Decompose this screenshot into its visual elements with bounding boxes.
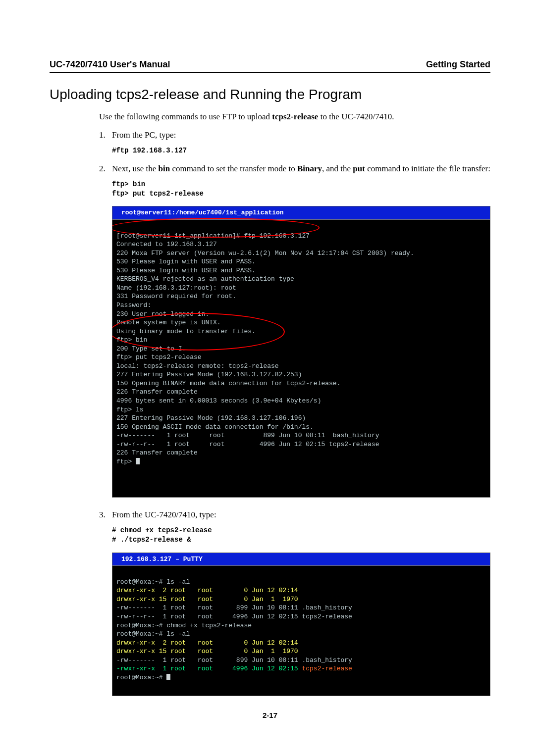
t1-l04: 530 Please login with USER and PASS. bbox=[116, 258, 256, 265]
code-block-1: #ftp 192.168.3.127 bbox=[112, 146, 490, 155]
document-page: UC-7420/7410 User's Manual Getting Start… bbox=[0, 0, 535, 756]
t1-l09: Password: bbox=[116, 302, 151, 309]
body-content: Use the following commands to use FTP to… bbox=[99, 111, 490, 696]
step-1-num: 1. bbox=[99, 130, 112, 141]
code-block-2: ftp> bin ftp> put tcps2-release bbox=[112, 180, 490, 199]
terminal-2: 192.168.3.127 – PuTTY root@Moxa:~# ls -a… bbox=[112, 553, 490, 696]
t1-l15: ftp> put tcps2-release bbox=[116, 353, 202, 361]
step-2-text: Next, use the bin command to set the tra… bbox=[112, 163, 490, 175]
t2-l05: -rw-r--r-- 1 root root 4996 Jun 12 02:15… bbox=[116, 613, 352, 620]
step-3: 3. From the UC-7420/7410, type: bbox=[99, 509, 490, 521]
s2-b3: put bbox=[353, 164, 365, 173]
t1-l22: 227 Entering Passive Mode (192.168.3.127… bbox=[116, 414, 306, 422]
terminal-1: root@server11:/home/uc7400/1st_applicati… bbox=[112, 206, 490, 498]
terminal-1-body: [root@server11 1st_application]# ftp 192… bbox=[112, 220, 490, 497]
t1-l01: [root@server11 1st_application]# ftp 192… bbox=[116, 232, 310, 240]
intro-paragraph: Use the following commands to use FTP to… bbox=[99, 111, 490, 123]
t2-l09: drwxr-xr-x 15 root root 0 Jan 1 1970 bbox=[116, 648, 302, 655]
section-title: Uploading tcps2-release and Running the … bbox=[50, 87, 490, 102]
t1-l21: ftp> ls bbox=[116, 406, 144, 413]
t1-l25: -rw-r--r-- 1 root root 4996 Jun 12 02:15… bbox=[116, 441, 379, 448]
t1-l26: 226 Transfer complete bbox=[116, 449, 198, 456]
t1-l13: ftp> bin bbox=[116, 336, 147, 344]
terminal-1-title: root@server11:/home/uc7400/1st_applicati… bbox=[112, 206, 490, 219]
t1-l14: 200 Type set to I. bbox=[116, 345, 186, 353]
step-1-text: From the PC, type: bbox=[112, 130, 490, 141]
cursor-icon bbox=[136, 458, 140, 464]
t2-l08: drwxr-xr-x 2 root root 0 Jun 12 02:14 bbox=[116, 639, 302, 647]
t2-l10: -rw------- 1 root root 899 Jun 10 08:11 … bbox=[116, 656, 352, 664]
t1-l19: 226 Transfer complete bbox=[116, 388, 198, 396]
t2-l07: root@Moxa:~# ls -al bbox=[116, 630, 190, 638]
t2-l11a: -rwxr-xr-x 1 root root 4996 Jun 12 02:15 bbox=[116, 665, 302, 672]
t1-l24: -rw------- 1 root root 899 Jun 10 08:11 … bbox=[116, 432, 379, 439]
s2-b2: Binary bbox=[297, 164, 322, 173]
t1-l16: local: tcps2-release remote: tcps2-relea… bbox=[116, 362, 279, 370]
terminal-2-title: 192.168.3.127 – PuTTY bbox=[112, 553, 490, 566]
header-left: UC-7420/7410 User's Manual bbox=[50, 59, 170, 70]
t1-l05: 530 Please login with USER and PASS. bbox=[116, 267, 256, 274]
intro-text-1: Use the following commands to use FTP to… bbox=[99, 112, 272, 121]
t1-l08: 331 Password required for root. bbox=[116, 293, 236, 300]
t2-l02: drwxr-xr-x 2 root root 0 Jun 12 02:14 bbox=[116, 587, 302, 594]
t1-l23: 150 Opening ASCII mode data connection f… bbox=[116, 423, 314, 431]
t1-l20: 4996 bytes sent in 0.00013 seconds (3.9e… bbox=[116, 397, 321, 404]
s2-p4: command to initiate the file transfer: bbox=[365, 164, 490, 173]
t1-l07: Name (192.168.3.127:root): root bbox=[116, 284, 236, 292]
t2-l11b: tcps2-release bbox=[302, 665, 352, 672]
intro-text-2: to the UC-7420/7410. bbox=[318, 112, 394, 121]
t2-l04: -rw------- 1 root root 899 Jun 10 08:11 … bbox=[116, 604, 352, 611]
step-2: 2. Next, use the bin command to set the … bbox=[99, 163, 490, 175]
t1-l02: Connected to 192.168.3.127 bbox=[116, 241, 217, 248]
s2-p3: , and the bbox=[322, 164, 353, 173]
terminal-2-body: root@Moxa:~# ls -al drwxr-xr-x 2 root ro… bbox=[112, 566, 490, 696]
code-block-3: # chmod +x tcps2-release # ./tcps2-relea… bbox=[112, 526, 490, 545]
t2-l12: root@Moxa:~# bbox=[116, 674, 166, 681]
step-3-text: From the UC-7420/7410, type: bbox=[112, 509, 490, 521]
header-right: Getting Started bbox=[426, 59, 490, 70]
t1-l06: KERBEROS_V4 rejected as an authenticatio… bbox=[116, 275, 294, 283]
t1-l10: 230 User root logged in. bbox=[116, 310, 209, 318]
s2-p1: Next, use the bbox=[112, 164, 158, 173]
step-1: 1. From the PC, type: bbox=[99, 130, 490, 141]
cursor-icon bbox=[166, 674, 170, 680]
intro-bold: tcps2-release bbox=[272, 112, 318, 121]
step-3-num: 3. bbox=[99, 509, 112, 521]
t1-l12: Using binary mode to transfer files. bbox=[116, 328, 256, 335]
t2-l06: root@Moxa:~# chmod +x tcps2-release bbox=[116, 622, 252, 629]
t1-l03: 220 Moxa FTP server (Version wu-2.6.1(2)… bbox=[116, 250, 414, 257]
t1-l11: Remote system type is UNIX. bbox=[116, 319, 221, 326]
step-2-num: 2. bbox=[99, 163, 112, 175]
s2-p2: command to set the transfer mode to bbox=[170, 164, 297, 173]
s2-b1: bin bbox=[158, 164, 170, 173]
t1-l18: 150 Opening BINARY mode data connection … bbox=[116, 380, 340, 387]
t2-l01: root@Moxa:~# ls -al bbox=[116, 578, 190, 586]
page-number: 2-17 bbox=[50, 711, 490, 719]
t2-l03: drwxr-xr-x 15 root root 0 Jan 1 1970 bbox=[116, 596, 302, 603]
t1-l27: ftp> bbox=[116, 458, 136, 465]
t1-l17: 277 Entering Passive Mode (192.168.3.127… bbox=[116, 371, 302, 378]
page-header: UC-7420/7410 User's Manual Getting Start… bbox=[50, 59, 490, 73]
